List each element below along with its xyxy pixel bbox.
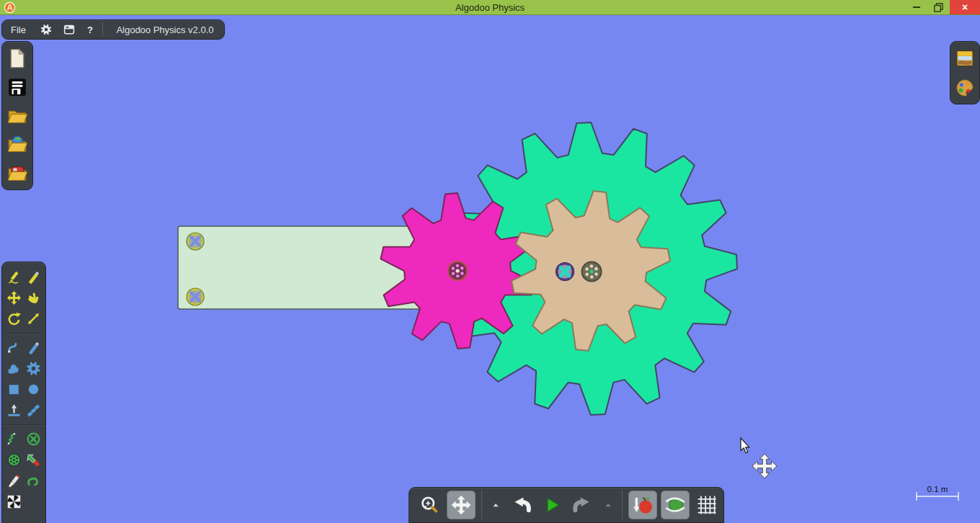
drive-gear-axle-center <box>455 269 459 272</box>
restore-button[interactable] <box>927 0 950 14</box>
zoom-tool-button[interactable] <box>416 491 443 519</box>
windows-menu-icon[interactable] <box>63 23 76 36</box>
gravity-toggle[interactable] <box>628 491 657 519</box>
toolbar-separator <box>622 491 623 519</box>
help-menu[interactable]: ? <box>81 24 99 35</box>
file-menu[interactable]: File <box>2 24 35 35</box>
version-label: Algodoo Physics v2.0.0 <box>106 24 224 35</box>
scale-icon <box>25 310 42 327</box>
circle-icon <box>25 381 42 398</box>
gear-center-axle-center <box>589 269 593 273</box>
move-tool[interactable] <box>4 287 24 308</box>
toolbar-separator <box>481 491 482 519</box>
settings-gear-icon[interactable] <box>40 23 53 36</box>
rotate-tool[interactable] <box>4 308 24 329</box>
view-toolbar <box>950 41 980 104</box>
file-toolbar <box>1 41 33 190</box>
magnifier-icon <box>419 494 440 516</box>
drive-gear-axle-dot <box>456 274 459 277</box>
scale-indicator-label: 0.1 m <box>927 485 948 493</box>
gear-center-axle-dot <box>590 264 594 268</box>
polygon-tool[interactable] <box>4 358 24 379</box>
gear-center-axle-dot <box>590 275 594 279</box>
redo-button[interactable] <box>568 491 597 519</box>
brush-tool[interactable] <box>4 337 24 358</box>
open-scene-button[interactable] <box>4 102 30 129</box>
play-icon <box>543 496 561 514</box>
pan-icon <box>450 493 473 517</box>
tracer-tool[interactable] <box>24 470 43 491</box>
car-folder-icon <box>6 163 28 184</box>
brush-icon <box>6 339 22 356</box>
redo-history-button[interactable] <box>600 491 616 519</box>
palette-button[interactable] <box>952 74 978 101</box>
plane-tool[interactable] <box>4 400 24 421</box>
play-button[interactable] <box>540 491 564 519</box>
titlebar: Algodoo Physics × <box>0 0 980 15</box>
cut-tool[interactable] <box>24 337 43 358</box>
chain-icon <box>25 402 42 419</box>
box-icon <box>6 381 22 398</box>
chain-tool[interactable] <box>24 400 43 421</box>
spring-icon <box>6 431 22 447</box>
tools-panel <box>1 262 46 523</box>
tool-group-separator <box>4 424 44 425</box>
axle-icon <box>6 452 22 468</box>
grid-icon <box>696 494 718 516</box>
window-title: Algodoo Physics <box>0 2 980 13</box>
drive-gear-axle-dot <box>460 267 463 269</box>
undo-button[interactable] <box>507 491 536 519</box>
folder-icon <box>6 105 28 127</box>
mini-up-icon <box>491 500 501 510</box>
box-tool[interactable] <box>4 379 24 400</box>
gear-tool[interactable] <box>24 358 43 379</box>
gravity-icon <box>631 493 654 517</box>
plane-icon <box>6 402 22 419</box>
redo-icon <box>571 493 594 517</box>
laser-icon <box>6 473 22 489</box>
pencil-icon <box>6 269 22 285</box>
browse-algobox-button[interactable] <box>4 131 30 158</box>
air-icon <box>664 493 687 517</box>
grid-toggle[interactable] <box>693 491 721 519</box>
gear-center-axle-dot <box>594 267 598 271</box>
tool-group-separator <box>4 333 44 334</box>
undo-icon <box>510 493 533 517</box>
background-button[interactable] <box>952 45 978 71</box>
algodoo-window: 0.1 m Algodoo Physics × File ? Algodoo P… <box>0 0 980 523</box>
fixate-icon <box>25 431 42 447</box>
gear-center-axle-dot <box>585 267 589 271</box>
menu-bar: File ? Algodoo Physics v2.0.0 <box>1 19 225 40</box>
mouse-cursor-icon <box>741 438 749 453</box>
move-cursor-badge-icon <box>752 454 777 478</box>
thruster-tool[interactable] <box>24 450 43 470</box>
circle-tool[interactable] <box>24 379 43 400</box>
sketch-tool[interactable] <box>4 267 24 287</box>
texturizer-tool[interactable] <box>4 491 24 512</box>
fixate-tool[interactable] <box>24 429 43 450</box>
air-friction-toggle[interactable] <box>661 491 690 519</box>
gear-center-axle-dot <box>585 273 589 277</box>
lessons-button[interactable] <box>4 160 30 187</box>
drag-tool[interactable] <box>24 287 43 308</box>
knife-icon <box>25 339 42 356</box>
new-scene-button[interactable] <box>4 45 30 71</box>
globe-folder-icon <box>6 134 28 156</box>
minimize-button[interactable] <box>905 0 927 14</box>
move-icon <box>6 290 22 306</box>
save-scene-button[interactable] <box>4 73 30 100</box>
scene-canvas[interactable]: 0.1 m <box>0 0 980 523</box>
scale-tool[interactable] <box>24 308 43 329</box>
knife-tool[interactable] <box>24 267 43 287</box>
axle-tool[interactable] <box>4 450 24 470</box>
close-button[interactable]: × <box>950 0 980 14</box>
pan-tool-button[interactable] <box>447 491 476 519</box>
laser-pen-tool[interactable] <box>4 470 24 491</box>
knife-icon <box>25 269 42 285</box>
mini-up-icon <box>603 500 613 510</box>
tracer-icon <box>25 473 42 489</box>
blob-icon <box>6 360 22 377</box>
undo-history-button[interactable] <box>488 491 504 519</box>
spring-tool[interactable] <box>4 429 24 450</box>
drive-gear-axle-dot <box>460 272 463 274</box>
